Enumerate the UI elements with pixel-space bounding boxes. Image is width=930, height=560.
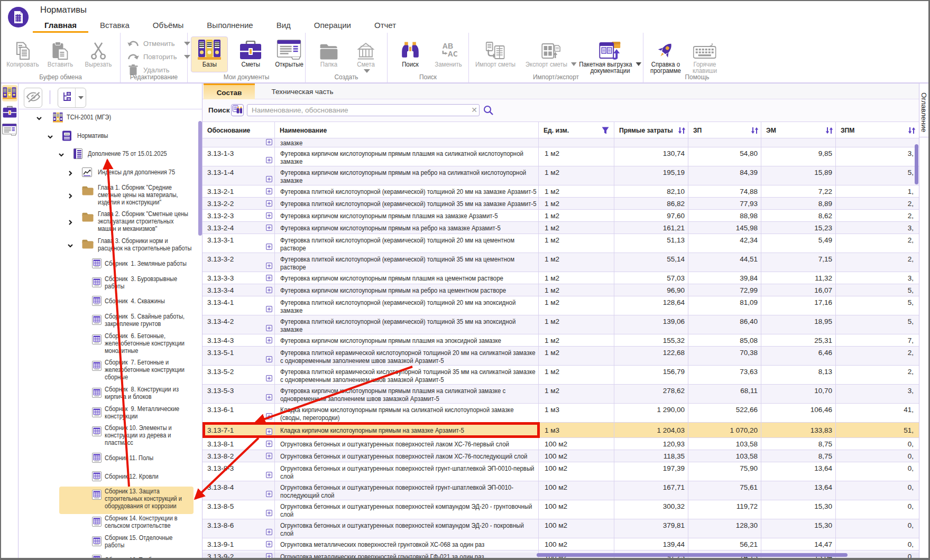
table-row[interactable]: 3.13-2-1Футеровка плиткой кислотоупорной… [202,185,919,198]
menu-tab-4[interactable]: Выполнение [195,17,264,33]
tree-item[interactable]: Глава 3. Сборники норм и расценок на стр… [19,237,202,252]
tree-item[interactable]: Сборник 12. Кровли [19,470,202,483]
expand-plus-icon[interactable] [266,529,272,535]
table-row[interactable]: 3.13-8-3Огрунтовка бетонных и оштукатуре… [202,462,919,481]
table-row[interactable]: 3.13-4-1Футеровка плиткой кислотоупорной… [202,296,919,315]
ribbon-button-открытые[interactable]: Открытые [273,40,306,68]
expand-plus-icon[interactable] [266,275,272,281]
table-row[interactable]: 3.13-8-2Огрунтовка бетонных и оштукатуре… [202,450,919,462]
menu-tab-1[interactable]: Главная [33,17,88,33]
chevron-right-icon[interactable] [67,218,73,225]
tree-item[interactable]: Сборник 13. Защита строительных конструк… [19,488,202,510]
tree-view-icon[interactable] [58,88,76,107]
tree-item[interactable]: Сборник 6. Бетонные, железобетонные конс… [19,332,202,354]
tree-view-split-button[interactable] [58,88,86,108]
column-header-1[interactable]: Наименование [275,122,539,138]
ribbon-button-сметы[interactable]: Сметы [240,40,262,68]
expand-plus-icon[interactable] [266,472,272,478]
horizontal-scrollbar-thumb[interactable] [537,553,848,557]
column-header-3[interactable]: Прямые затраты [614,122,688,138]
table-row[interactable]: 3.13-3-3Футеровка кирпичом кислотоупорны… [202,272,919,284]
chevron-down-icon[interactable] [58,151,65,157]
expand-plus-icon[interactable] [266,263,272,269]
expand-plus-icon[interactable] [266,225,272,231]
sidebar-icon-bases[interactable] [2,85,17,101]
ribbon-button-пакетная-выгрузка[interactable]: Пакетная выгрузка документации [575,40,646,74]
table-row[interactable]: 3.13-6-1Кладка кирпичом кислотоупорным п… [202,404,919,423]
table-row[interactable]: 3.13-2-3Футеровка кирпичом кислотоупорны… [202,210,919,222]
table-row[interactable]: 3.13-2-4Футеровка кирпичом кислотоупорны… [202,222,919,234]
sidebar-icon-estimates[interactable] [2,104,17,120]
tree-item[interactable]: Дополнение 75 от 15.01.2025 [19,147,202,161]
table-row[interactable]: 3.13-5-3Футеровка кирпичом кислотоупорны… [202,385,919,404]
expand-plus-icon[interactable] [266,287,272,293]
expand-plus-icon[interactable] [266,491,272,497]
table-row[interactable]: 3.13-4-3Футеровка кирпичом кислотоупорны… [202,334,919,347]
tree-item[interactable]: Сборник 8. Конструкции из кирпича и блок… [19,386,202,400]
column-header-0[interactable]: Обоснование [202,122,275,138]
table-row[interactable]: 3.13-2-2Футеровка плиткой кислотоупорной… [202,198,919,210]
tree-item[interactable]: Сборник 1. Земляные работы [19,257,202,270]
expand-plus-icon[interactable] [266,188,272,194]
tree-item[interactable]: Сборник 5. Свайные работы, закрепление г… [19,313,202,328]
tree-item[interactable]: Глава 1. Сборник "Средние сметные цены н… [19,184,202,206]
tree-item[interactable]: Глава 2. Сборник "Сметные цены эксплуата… [19,210,202,232]
table-row[interactable]: 3.13-8-4Огрунтовка бетонных и оштукатуре… [202,481,919,500]
tree-item[interactable]: Нормативы [19,129,202,143]
ribbon-button-базы[interactable]: Базы [191,36,228,72]
tree-item[interactable]: Сборник 14. Конструкции в сельском строи… [19,515,202,529]
table-row[interactable]: 3.13-9-1Огрунтовка металлических поверхн… [202,538,919,550]
expand-plus-icon[interactable] [266,244,272,250]
menu-tab-7[interactable]: Отчет [363,17,408,33]
menu-tab-5[interactable]: Вид [265,17,302,33]
tree-item[interactable]: Сборник 16. Трубопроводы [19,553,202,558]
table-horizontal-scrollbar[interactable] [202,553,919,558]
tree-item[interactable]: Индексы для дополнения 75 [19,165,202,179]
table-vertical-scrollbar[interactable] [914,122,919,553]
filter-icon[interactable] [602,127,609,136]
tab-sostav[interactable]: Состав [204,83,255,100]
expand-plus-icon[interactable] [266,510,272,516]
expand-plus-icon[interactable] [266,139,272,145]
tree-item[interactable]: Сборник 3. Буровзрывные работы [19,275,202,290]
expand-plus-icon[interactable] [266,428,272,435]
table-row[interactable]: 3.13-1-3Футеровка кирпичом кислотоупорны… [202,147,919,166]
table-row[interactable]: 3.13-8-5Огрунтовка бетонных и оштукатуре… [202,500,919,519]
table-row[interactable]: 3.13-3-2Футеровка плиткой кислотоупорной… [202,253,919,272]
sort-icon[interactable] [825,127,833,136]
expand-plus-icon[interactable] [266,306,272,312]
ribbon-button-справка-о[interactable]: Справка опрограмме [648,40,683,74]
table-row[interactable]: 3.13-8-1Огрунтовка бетонных и оштукатуре… [202,438,919,450]
menu-tab-2[interactable]: Вставка [88,17,141,33]
search-input[interactable] [247,104,480,116]
expand-plus-icon[interactable] [266,356,272,362]
expand-plus-icon[interactable] [266,375,272,381]
expand-plus-icon[interactable] [266,212,272,219]
table-row[interactable]: 3.13-3-4Футеровка кирпичом кислотоупорны… [202,284,919,296]
expand-plus-icon[interactable] [266,176,272,182]
chevron-down-icon[interactable] [36,114,42,120]
expand-plus-icon[interactable] [266,394,272,400]
tree-item[interactable]: Сборник 11. Полы [19,451,202,465]
table-row[interactable]: 3.13-4-2Футеровка плиткой кислотоупорной… [202,315,919,334]
expand-plus-icon[interactable] [266,453,272,459]
tree-item[interactable]: Сборник 10. Элементы и конструкции из де… [19,424,202,446]
chevron-down-icon[interactable] [67,241,73,248]
ribbon-button-поиск[interactable]: Поиск [401,40,420,68]
search-scope-button[interactable] [231,104,244,116]
tab-tech-part[interactable]: Техническая часть [255,83,350,100]
table-row[interactable]: 3.13-1-4Футеровка кирпичом кислотоупорны… [202,166,919,185]
expand-plus-icon[interactable] [266,157,272,163]
hide-tree-button[interactable] [24,88,42,108]
search-magnifier-icon[interactable] [483,105,493,115]
search-clear-icon[interactable]: ✕ [470,106,478,114]
chevron-down-icon[interactable] [47,133,53,139]
column-header-6[interactable]: ЗПМ [836,122,919,138]
tree-item[interactable]: Сборник 15. Отделочные работы [19,534,202,549]
expand-plus-icon[interactable] [266,541,272,547]
table-row[interactable]: 3.13-8-6Огрунтовка бетонных и оштукатуре… [202,519,919,538]
table-row[interactable]: 3.13-3-1Футеровка плиткой кислотоупорной… [202,234,919,253]
column-header-2[interactable]: Ед. изм. [539,122,614,138]
tree-item[interactable]: ТСН-2001 (МГЭ) [19,110,202,124]
tree-item[interactable]: Сборник 7. Бетонные и железобетонные кон… [19,359,202,381]
